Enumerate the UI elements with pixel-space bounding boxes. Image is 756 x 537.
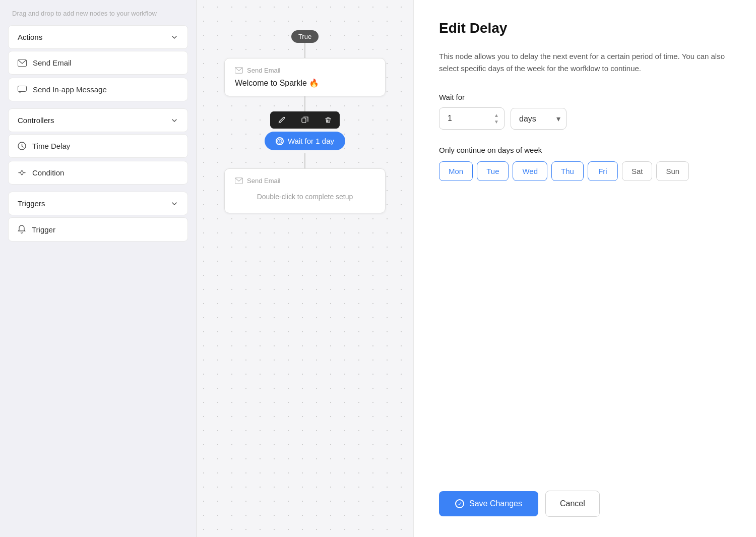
edit-node-button[interactable]	[270, 111, 293, 129]
day-mon[interactable]: Mon	[439, 161, 473, 181]
wait-value-wrap: ▲ ▼	[439, 107, 505, 130]
sidebar-item-trigger[interactable]: Trigger	[8, 217, 188, 242]
spinner-up[interactable]: ▲	[492, 112, 500, 118]
left-sidebar: Drag and drop to add new nodes to your w…	[0, 0, 197, 537]
panel-description: This node allows you to delay the next e…	[439, 50, 731, 75]
right-panel: Edit Delay This node allows you to delay…	[413, 0, 756, 537]
true-badge: True	[291, 30, 319, 43]
sidebar-item-time-delay[interactable]: Time Delay	[8, 134, 188, 158]
clock-icon	[18, 142, 26, 150]
days-of-week-label: Only continue on days of week	[439, 146, 731, 154]
svg-rect-4	[302, 118, 306, 123]
spinner-down[interactable]: ▼	[492, 119, 500, 125]
chevron-down-icon	[170, 116, 178, 125]
action-toolbar	[270, 111, 340, 129]
condition-label: Condition	[32, 168, 64, 177]
bottom-actions: ✓ Save Changes Cancel	[439, 470, 731, 517]
drag-hint: Drag and drop to add new nodes to your w…	[0, 0, 196, 25]
actions-group-header[interactable]: Actions	[8, 25, 188, 49]
duplicate-node-button[interactable]	[293, 111, 317, 129]
bell-icon	[18, 225, 26, 234]
clock-icon	[276, 137, 284, 145]
send-inapp-label: Send In-app Message	[33, 85, 107, 94]
node-type-label: Send Email	[235, 177, 375, 185]
day-wed[interactable]: Wed	[513, 161, 547, 181]
save-changes-button[interactable]: ✓ Save Changes	[439, 491, 538, 516]
node-title: Welcome to Sparkle 🔥	[235, 78, 375, 88]
controllers-group-header[interactable]: Controllers	[8, 108, 188, 132]
envelope-icon	[235, 67, 243, 74]
envelope-icon	[18, 59, 27, 67]
workflow-canvas: True Send Email Welcome to Sparkle 🔥	[197, 0, 413, 537]
cancel-button[interactable]: Cancel	[545, 491, 600, 517]
trash-icon	[325, 116, 332, 124]
wait-for-label: Wait for	[439, 93, 731, 101]
node-type-label: Send Email	[235, 67, 375, 74]
day-sun[interactable]: Sun	[656, 161, 689, 181]
condition-icon	[18, 168, 26, 177]
chevron-down-icon	[170, 200, 178, 208]
edit-icon	[278, 116, 285, 124]
chevron-down-icon	[170, 33, 178, 41]
message-icon	[18, 86, 27, 93]
send-email-label: Send Email	[33, 58, 72, 67]
envelope-icon	[235, 177, 243, 184]
day-buttons-container: Mon Tue Wed Thu Fri Sat Sun	[439, 161, 731, 181]
duplicate-icon	[301, 116, 308, 124]
check-circle-icon: ✓	[455, 499, 464, 508]
connector	[304, 96, 305, 111]
connector	[304, 43, 305, 58]
sidebar-item-send-email[interactable]: Send Email	[8, 51, 188, 75]
node-secondary-text: Double-click to complete setup	[235, 189, 375, 205]
connector	[304, 153, 305, 168]
triggers-group-header[interactable]: Triggers	[8, 192, 188, 215]
wait-for-row: ▲ ▼ minutes hours days weeks	[439, 107, 731, 130]
controllers-group-label: Controllers	[18, 116, 54, 125]
time-delay-label: Time Delay	[32, 142, 70, 150]
trigger-label: Trigger	[32, 225, 55, 234]
sidebar-item-send-inapp[interactable]: Send In-app Message	[8, 78, 188, 101]
delete-node-button[interactable]	[317, 111, 340, 129]
day-thu[interactable]: Thu	[551, 161, 584, 181]
send-email-node-1[interactable]: Send Email Welcome to Sparkle 🔥	[224, 58, 386, 96]
actions-group-label: Actions	[18, 33, 42, 41]
svg-rect-1	[18, 86, 27, 92]
spinner-buttons: ▲ ▼	[492, 112, 500, 125]
workflow-nodes: True Send Email Welcome to Sparkle 🔥	[224, 30, 386, 213]
sidebar-item-condition[interactable]: Condition	[8, 161, 188, 185]
save-label: Save Changes	[469, 499, 522, 508]
wait-label: Wait for 1 day	[288, 137, 334, 145]
wait-badge[interactable]: Wait for 1 day	[265, 132, 345, 150]
day-sat[interactable]: Sat	[622, 161, 653, 181]
cancel-label: Cancel	[560, 499, 585, 508]
unit-select-wrap: minutes hours days weeks	[511, 108, 566, 130]
unit-select[interactable]: minutes hours days weeks	[511, 108, 566, 130]
day-fri[interactable]: Fri	[588, 161, 618, 181]
send-email-node-2[interactable]: Send Email Double-click to complete setu…	[224, 168, 386, 213]
panel-title: Edit Delay	[439, 20, 731, 36]
triggers-group-label: Triggers	[18, 199, 45, 208]
day-tue[interactable]: Tue	[477, 161, 509, 181]
